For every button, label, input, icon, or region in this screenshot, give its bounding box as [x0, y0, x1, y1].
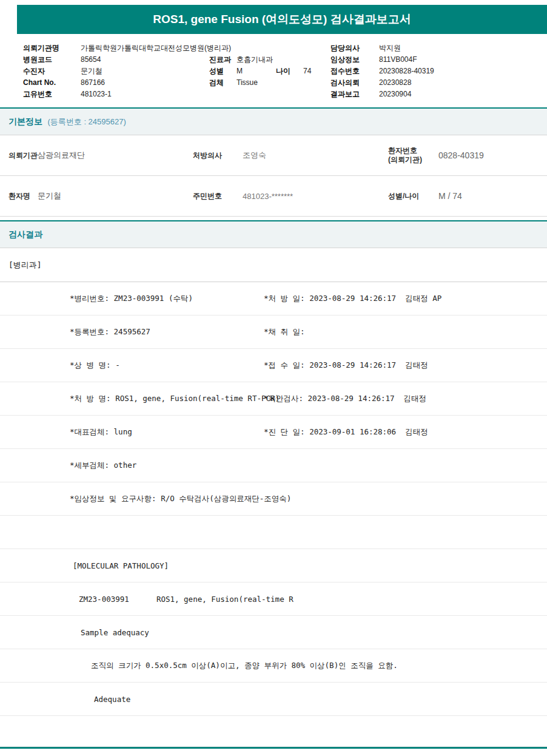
result-row: Adequate — [0, 683, 547, 716]
bottom-margin — [0, 749, 547, 756]
resident-number-value: 481023-******* — [243, 192, 388, 201]
patient-value: 문기철 — [81, 66, 209, 77]
disease-name: *상 병 명: - — [70, 360, 264, 371]
result-row: *세부검체: other — [0, 449, 547, 482]
result-report-date-label: 결과보고 — [331, 89, 379, 100]
header-row-hospital-code: 병원코드 85654 진료과 호흡기내과 임상정보 811VB004F — [23, 54, 547, 66]
doctor-in-charge-label: 담당의사 — [331, 42, 379, 54]
unique-no-label: 고유번호 — [23, 89, 81, 100]
patient-id-value: 0828-40319 — [438, 150, 547, 160]
referring-institution-label: 의뢰기관 — [8, 151, 38, 160]
adequacy-criteria-text: 조직의 크기가 0.5x0.5cm 이상(A)이고, 종양 부위가 80% 이상… — [91, 661, 398, 671]
sex-age-label: 성별/나이 — [388, 192, 438, 201]
result-row: *등록번호: 24595627 *채 취 일: — [0, 316, 547, 349]
report-title-bar: ROS1, gene Fusion (여의도성모) 검사결과보고서 — [17, 5, 547, 34]
basic-info-row-institution: 의뢰기관 삼광의료재단 처방의사 조영숙 환자번호 (의뢰기관) 0828-40… — [0, 135, 547, 176]
sex-age-value: M / 74 — [438, 191, 547, 201]
age-value: 74 — [303, 66, 331, 77]
referring-institution-value: 삼광의료재단 — [38, 150, 193, 161]
clinical-info-request: *임상정보 및 요구사항: R/O 수탁검사(삼광의료재단-조영숙) — [70, 494, 264, 504]
institution-label: 의뢰기관명 — [23, 42, 81, 54]
test-request-date-label: 검사의뢰 — [331, 77, 379, 89]
doctor-in-charge-value: 박지원 — [379, 42, 547, 54]
molecular-pathology-heading: [MOLECULAR PATHOLOGY] — [73, 561, 169, 570]
results-section-title: 검사결과 — [8, 229, 42, 239]
result-row: *상 병 명: - *접 수 일: 2023-08-29 14:26:17 김태… — [0, 349, 547, 382]
hospital-code-label: 병원코드 — [23, 54, 81, 66]
diagnosis-date: *진 단 일: 2023-09-01 16:28:06 김태정 — [264, 427, 547, 437]
specimen-label: 검체 — [209, 77, 237, 89]
receipt-number-label: 접수번호 — [331, 66, 379, 77]
department-label: 진료과 — [209, 54, 237, 66]
section-basic-info-header: 기본정보 (등록번호 : 24595627) — [0, 107, 547, 135]
header-row-institution: 의뢰기관명 가톨릭학원가톨릭대학교대전성모병원(병리과) 담당의사 박지원 — [23, 42, 547, 54]
unique-no-value: 481023-1 — [81, 89, 331, 100]
registration-no: *등록번호: 24595627 — [70, 327, 264, 337]
institution-value: 가톨릭학원가톨릭대학교대전성모병원(병리과) — [81, 42, 331, 54]
sex-value: M — [237, 66, 276, 77]
test-request-date-value: 20230828 — [379, 77, 547, 89]
department-value: 호흡기내과 — [237, 54, 331, 66]
sex-label: 성별 — [209, 66, 237, 77]
result-row: *병리번호: ZM23-003991 (수탁) *처 방 일: 2023-08-… — [0, 282, 547, 316]
basic-info-row-patient: 환자명 문기철 주민번호 481023-******* 성별/나이 M / 74 — [0, 176, 547, 217]
patient-name-value: 문기철 — [38, 191, 193, 201]
section-results-header: 검사결과 — [0, 220, 547, 248]
result-row: *임상정보 및 요구사항: R/O 수탁검사(삼광의료재단-조영숙) — [0, 482, 547, 516]
sample-adequacy-heading: Sample adequacy — [81, 628, 149, 637]
result-row: [MOLECULAR PATHOLOGY] — [0, 549, 547, 582]
clinical-info-value: 811VB004F — [379, 54, 547, 66]
patient-label: 수진자 — [23, 66, 81, 77]
page-title: ROS1, gene Fusion (여의도성모) 검사결과보고서 — [153, 13, 411, 25]
result-report-date-value: 20230904 — [379, 89, 547, 100]
blank-row — [0, 516, 547, 549]
test-name-line: ZM23-003991 ROS1, gene, Fusion(real-time… — [79, 595, 294, 604]
receipt-date: *접 수 일: 2023-08-29 14:26:17 김태정 — [264, 360, 547, 371]
patient-id-label: 환자번호 (의뢰기관) — [388, 146, 438, 164]
result-row: 조직의 크기가 0.5x0.5cm 이상(A)이고, 종양 부위가 80% 이상… — [0, 649, 547, 683]
header-row-chart-no: Chart No. 867166 검체 Tissue 검사의뢰 20230828 — [23, 77, 547, 89]
prescription-name: *처 방 명: ROS1, gene, Fusion(real-time RT-… — [70, 394, 264, 404]
prescribing-doctor-value: 조영숙 — [243, 150, 388, 161]
resident-number-label: 주민번호 — [193, 192, 243, 201]
basic-info-section-title: 기본정보 — [8, 116, 42, 126]
chart-no-value: 867166 — [81, 77, 209, 89]
result-row: Sample adequacy — [0, 616, 547, 649]
header-row-patient: 수진자 문기철 성별 M 나이 74 접수번호 20230828-40319 — [23, 66, 547, 77]
pathology-number: *병리번호: ZM23-003991 (수탁) — [70, 294, 264, 304]
hospital-code-value: 85654 — [81, 54, 209, 66]
prescribing-doctor-label: 처방의사 — [193, 151, 243, 160]
blank-row — [0, 716, 547, 747]
chart-no-label: Chart No. — [23, 77, 81, 89]
gross-exam-date: *육안검사: 2023-08-29 14:26:17 김태정 — [264, 394, 547, 404]
sub-specimen: *세부검체: other — [70, 461, 264, 471]
patient-name-label: 환자명 — [8, 192, 38, 201]
header-row-unique-no: 고유번호 481023-1 결과보고 20230904 — [23, 89, 547, 100]
result-row: ZM23-003991 ROS1, gene, Fusion(real-time… — [0, 582, 547, 616]
main-specimen: *대표검체: lung — [70, 427, 264, 437]
prescription-date: *처 방 일: 2023-08-29 14:26:17 김태정 AP — [264, 294, 547, 304]
collection-date: *채 취 일: — [264, 327, 547, 337]
result-row: *대표검체: lung *진 단 일: 2023-09-01 16:28:06 … — [0, 416, 547, 449]
clinical-info-label: 임상정보 — [331, 54, 379, 66]
age-label: 나이 — [276, 66, 303, 77]
receipt-number-value: 20230828-40319 — [379, 66, 547, 77]
registration-number: (등록번호 : 24595627) — [47, 117, 126, 126]
patient-header: 의뢰기관명 가톨릭학원가톨릭대학교대전성모병원(병리과) 담당의사 박지원 병원… — [0, 34, 547, 107]
report-page: ROS1, gene Fusion (여의도성모) 검사결과보고서 의뢰기관명 … — [0, 5, 547, 756]
specimen-value: Tissue — [237, 77, 331, 89]
result-row: *처 방 명: ROS1, gene, Fusion(real-time RT-… — [0, 382, 547, 416]
pathology-department-label: [병리과] — [0, 248, 547, 282]
adequacy-result: Adequate — [94, 695, 130, 704]
